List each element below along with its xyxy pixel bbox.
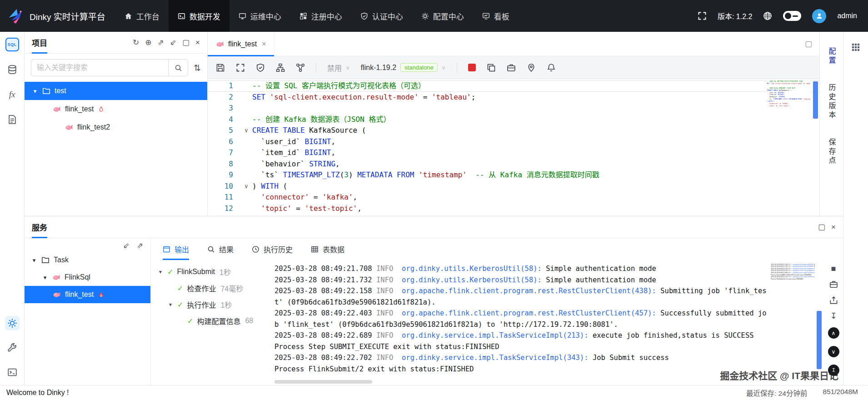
nav-item-auth-center[interactable]: 认证中心	[351, 0, 412, 32]
caret-icon[interactable]: ▾	[167, 301, 174, 308]
search-button[interactable]	[168, 59, 188, 76]
code-line[interactable]: 6 `user_id` BIGINT,	[208, 136, 819, 148]
nav-item-data-studio[interactable]: 数据开发	[169, 0, 229, 32]
rail-terminal-icon[interactable]	[5, 365, 20, 380]
code-line[interactable]: 11 'connector' = 'kafka',	[208, 192, 819, 203]
cluster-select[interactable]: flink-1.19.2 standalone ∨	[361, 63, 446, 72]
code-editor[interactable]: 1-- 设置 SQL 客户端执行模式为可视化表格（可选）2SET 'sql-cl…	[208, 79, 819, 216]
avatar[interactable]	[812, 9, 826, 23]
expand-tree-icon[interactable]: ⇗	[137, 241, 143, 250]
code-line[interactable]: 4-- 创建 Kafka 数据源表（JSON 格式）	[208, 114, 819, 125]
search-input[interactable]	[31, 59, 168, 76]
editor-scrollbar[interactable]	[811, 80, 819, 216]
rail-catalog-icon[interactable]	[5, 112, 20, 127]
mode-select[interactable]: 禁用 ∨	[327, 62, 350, 73]
service-tree-item-flinksql[interactable]: ▾ FlinkSql	[25, 269, 150, 286]
tab-savepoints[interactable]: 保存点	[826, 138, 837, 165]
log-minimap[interactable]: 2025-03-28 08:49:21.708 INFO org.dinky.u…	[771, 260, 815, 385]
code-line[interactable]: 8 `behavior` STRING,	[208, 159, 819, 170]
caret-down-icon[interactable]: ▾	[31, 257, 37, 264]
fullscreen-icon[interactable]	[698, 11, 707, 20]
sort-icon[interactable]: ⇅	[194, 63, 201, 73]
editor-scrollbar-thumb[interactable]	[813, 81, 818, 119]
code-line[interactable]: 7 `item_id` BIGINT,	[208, 147, 819, 159]
code-line[interactable]: 9 `ts` TIMESTAMP_LTZ(3) METADATA FROM 't…	[208, 170, 819, 181]
scroll-to-top-icon[interactable]: ∧	[828, 327, 839, 339]
tab-result[interactable]: 结果	[207, 238, 234, 260]
code-line[interactable]: 3	[208, 103, 819, 114]
validate-icon[interactable]	[256, 63, 265, 72]
fold-icon[interactable]: ∨	[240, 181, 252, 192]
maximize-icon[interactable]: ▢	[818, 223, 825, 231]
tab-config[interactable]: 配置	[826, 47, 837, 65]
layout-grid-icon[interactable]	[851, 43, 860, 52]
maximize-icon[interactable]: ▢	[182, 39, 190, 46]
nav-item-workbench[interactable]: 工作台	[115, 0, 169, 32]
step-row[interactable]: ▾✓FlinkSubmit1秒	[157, 264, 270, 280]
job-briefcase-icon[interactable]	[507, 63, 516, 72]
tab-close-icon[interactable]: ×	[262, 40, 266, 48]
tab-history-versions[interactable]: 历史版本	[826, 84, 837, 120]
close-panel-icon[interactable]: ×	[195, 39, 200, 46]
collapse-tree-icon[interactable]: ⇙	[123, 241, 130, 250]
log-scrollbar[interactable]	[815, 260, 824, 385]
log-output[interactable]: 2025-03-28 08:49:21.708 INFO org.dinky.u…	[270, 260, 771, 385]
globe-icon[interactable]	[763, 11, 772, 20]
fullscreen-editor-icon[interactable]	[236, 63, 245, 72]
rail-settings-icon[interactable]	[5, 316, 20, 330]
editor-tab-flink-test[interactable]: flink_test ×	[208, 32, 274, 56]
download-log-icon[interactable]: ↧	[830, 312, 837, 320]
code-line[interactable]: 5∨CREATE TABLE KafkaSource (	[208, 125, 819, 136]
service-tree-item-flink-test[interactable]: flink_test	[25, 286, 150, 303]
expand-all-icon[interactable]: ⇗	[158, 39, 164, 46]
savepoint-pin-icon[interactable]	[527, 63, 536, 72]
theme-toggle[interactable]	[783, 11, 801, 21]
code-line[interactable]: 12 'topic' = 'test-topic',	[208, 203, 819, 215]
rail-project-icon[interactable]: SQL	[5, 37, 20, 52]
caret-down-icon[interactable]: ▾	[42, 274, 48, 281]
fold-icon[interactable]: ∨	[240, 125, 252, 136]
line-number: 5	[208, 125, 240, 136]
panel-layout-icon[interactable]: ▢	[805, 39, 819, 49]
nav-item-config-center[interactable]: 配置中心	[412, 0, 473, 32]
alert-bell-icon[interactable]	[547, 63, 556, 72]
job-briefcase-icon[interactable]	[829, 280, 838, 289]
lineage-icon[interactable]	[276, 63, 285, 72]
rail-tools-icon[interactable]	[5, 340, 20, 355]
code-line[interactable]: 10∨) WITH (	[208, 181, 819, 192]
code-line[interactable]: 2SET 'sql-client.execution.result-mode' …	[208, 92, 819, 103]
nav-item-devops[interactable]: 运维中心	[229, 0, 290, 32]
export-log-icon[interactable]	[829, 296, 838, 305]
step-row[interactable]: ✓构建配置信息68	[157, 313, 270, 329]
tab-table-data[interactable]: 表数据	[311, 238, 344, 260]
code-line[interactable]: 1-- 设置 SQL 客户端执行模式为可视化表格（可选）	[208, 80, 819, 92]
add-icon[interactable]: ⊕	[145, 39, 151, 46]
nav-item-registry[interactable]: 注册中心	[290, 0, 351, 32]
log-horizontal-scrollbar[interactable]	[274, 380, 372, 384]
save-icon[interactable]	[216, 63, 225, 72]
tree-item-flink-test[interactable]: flink_test	[25, 100, 207, 118]
step-row[interactable]: ✓检查作业74毫秒	[157, 280, 270, 296]
brand[interactable]: Dinky 实时计算平台	[7, 7, 105, 25]
tab-execution-history[interactable]: 执行历史	[252, 238, 293, 260]
stop-job-button[interactable]	[468, 64, 476, 71]
rail-datasource-icon[interactable]	[5, 62, 20, 77]
rail-function-icon[interactable]: fx	[5, 87, 20, 102]
caret-icon[interactable]: ▾	[157, 269, 164, 275]
copy-icon[interactable]	[487, 63, 496, 72]
close-panel-icon[interactable]: ×	[831, 223, 836, 231]
dag-icon[interactable]	[296, 63, 305, 72]
collapse-all-icon[interactable]: ⇙	[170, 39, 176, 46]
step-row[interactable]: ▾✓执行作业1秒	[157, 296, 270, 313]
service-tree-item-task[interactable]: ▾ Task	[25, 251, 150, 269]
refresh-icon[interactable]: ↻	[133, 39, 139, 46]
scroll-to-bottom-icon[interactable]: ∨	[828, 346, 839, 357]
fold-icon	[240, 203, 252, 215]
caret-down-icon[interactable]: ▾	[32, 88, 38, 95]
log-scrollbar-thumb[interactable]	[817, 311, 822, 369]
stop-output-icon[interactable]: ■	[831, 265, 836, 273]
tree-item-test-folder[interactable]: ▾ test	[25, 82, 207, 100]
tree-item-flink-test2[interactable]: flink_test2	[25, 118, 207, 136]
tab-output[interactable]: 输出	[163, 238, 189, 260]
nav-item-dashboard[interactable]: 看板	[473, 0, 519, 32]
